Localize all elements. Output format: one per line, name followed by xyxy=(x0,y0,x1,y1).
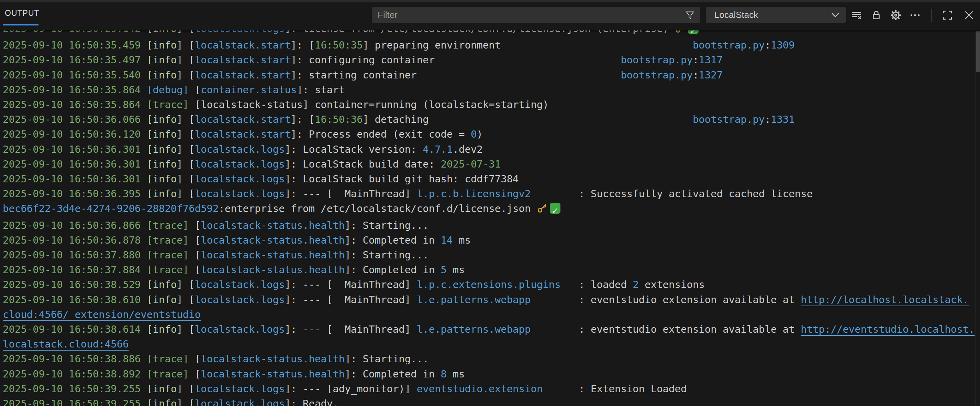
gear-icon xyxy=(889,9,902,21)
log-text: localstack.start xyxy=(195,113,291,125)
scroll-lock-button[interactable] xyxy=(869,8,884,22)
log-row: 2025-09-10 16:50:37.880 [trace] [localst… xyxy=(3,248,980,262)
log-text: ]: starting container xyxy=(291,69,417,81)
log-text xyxy=(141,323,147,335)
log-text: ]: LocalStack build date: xyxy=(285,158,441,170)
log-level-tag: [trace] xyxy=(147,219,189,231)
log-timestamp: 2025-09-10 16:50:36.395 xyxy=(3,188,141,200)
log-text: [ xyxy=(183,54,195,66)
check-icon xyxy=(550,203,560,214)
filter-icon[interactable] xyxy=(685,10,695,20)
log-link[interactable]: localstack.cloud:4566 xyxy=(3,338,129,350)
log-level-tag: [info] xyxy=(147,398,183,406)
log-link[interactable]: cloud:4566/_extension/eventstudio xyxy=(3,308,200,320)
log-text: [ xyxy=(183,188,195,200)
output-settings-button[interactable] xyxy=(888,8,904,22)
source-file-link[interactable]: 1317 xyxy=(698,54,722,66)
log-row: 2025-09-10 16:50:36.066 [info] [localsta… xyxy=(3,112,980,127)
log-text xyxy=(141,158,147,170)
log-text: : xyxy=(693,69,698,81)
log-text: : eventstudio extension available at xyxy=(579,323,801,335)
log-text: : eventstudio extension available at xyxy=(579,294,801,305)
source-file-link[interactable]: 1331 xyxy=(771,113,795,125)
log-text: ]: configuring container xyxy=(291,54,435,66)
output-channel-dropdown[interactable]: LocalStack xyxy=(706,7,846,23)
clear-output-button[interactable] xyxy=(849,8,864,22)
log-text: 16:50:36 xyxy=(315,113,363,125)
tab-output[interactable]: OUTPUT xyxy=(5,9,40,18)
log-text: localstack.logs xyxy=(195,144,285,155)
log-text: [ xyxy=(189,219,200,231)
log-row: 2025-09-10 16:50:36.301 [info] [localsta… xyxy=(3,172,980,187)
active-tab-underline xyxy=(3,24,38,26)
log-level-tag: [info] xyxy=(147,188,183,200)
log-text xyxy=(141,368,147,380)
source-file-link[interactable]: 1327 xyxy=(698,69,722,81)
log-row: 2025-09-10 16:50:39.255 [info] [localsta… xyxy=(3,396,980,406)
log-text: 5 xyxy=(441,264,447,276)
log-timestamp: 2025-09-10 16:50:38.892 xyxy=(3,368,141,380)
source-file-link[interactable]: bootstrap.py xyxy=(693,113,765,125)
log-text: [ xyxy=(183,398,195,406)
log-text: [ xyxy=(189,264,200,276)
log-timestamp: 2025-09-10 16:50:37.880 xyxy=(3,249,141,261)
log-text: ms xyxy=(447,264,465,276)
scrollbar-thumb[interactable] xyxy=(976,30,980,72)
log-text: .dev2 xyxy=(453,144,483,155)
log-text: [ xyxy=(183,113,195,125)
log-text: ]: LocalStack version: xyxy=(285,144,423,155)
log-text xyxy=(141,30,147,34)
log-row: bec66f22-3d4e-4274-9206-28820f76d592:ent… xyxy=(3,201,980,218)
filter-input[interactable] xyxy=(372,7,700,23)
log-text: : Successfully activated cached license xyxy=(579,188,813,200)
log-text: [ xyxy=(183,39,195,51)
log-row: 2025-09-10 16:50:35.864 [trace] [localst… xyxy=(3,98,980,112)
log-row: 2025-09-10 16:50:37.884 [trace] [localst… xyxy=(3,262,980,277)
spacing xyxy=(531,188,579,200)
log-text: localstack.logs xyxy=(195,383,285,395)
log-link[interactable]: http://eventstudio.localhost. xyxy=(801,323,975,335)
log-output[interactable]: 2025-09-10 16:50:29.142 [info] [localsta… xyxy=(0,30,980,406)
log-text: ]: Starting... xyxy=(345,219,428,231)
spacing xyxy=(561,279,579,290)
log-timestamp: 2025-09-10 16:50:36.301 xyxy=(3,144,141,155)
log-text xyxy=(141,264,147,276)
log-row: 2025-09-10 16:50:38.610 [info] [localsta… xyxy=(3,293,980,307)
log-level-tag: [trace] xyxy=(147,234,189,246)
log-text: [ xyxy=(189,234,200,246)
log-level-tag: [info] xyxy=(147,323,183,335)
log-timestamp: 2025-09-10 16:50:38.614 xyxy=(3,323,141,335)
more-actions-button[interactable] xyxy=(907,8,923,22)
log-text: ]: --- [ MainThread] xyxy=(285,294,417,305)
log-level-tag: [info] xyxy=(147,279,183,290)
output-panel: { "colors": { "background": "#181818", "… xyxy=(0,0,980,406)
source-file-link[interactable]: bootstrap.py xyxy=(693,39,765,51)
check-icon xyxy=(688,30,698,34)
log-level-tag: [info] xyxy=(147,173,183,185)
maximize-panel-button[interactable] xyxy=(940,8,955,22)
log-text: localstack-status.health xyxy=(200,219,345,231)
log-text: [ xyxy=(183,144,195,155)
log-text: ]: [ xyxy=(291,39,315,51)
log-text: ]: --- [ MainThread] xyxy=(285,188,417,200)
log-text: [ xyxy=(183,279,195,290)
log-text: extensions xyxy=(639,279,705,290)
log-timestamp: 2025-09-10 16:50:29.142 xyxy=(3,30,141,34)
log-timestamp: 2025-09-10 16:50:35.459 xyxy=(3,39,141,51)
log-text: ]: LocalStack build git hash: cddf77384 xyxy=(285,173,519,185)
source-file-link[interactable]: bootstrap.py xyxy=(620,69,693,81)
source-file-link[interactable]: 1309 xyxy=(771,39,795,51)
source-file-link[interactable]: bootstrap.py xyxy=(620,54,693,66)
log-text xyxy=(141,173,147,185)
log-timestamp: 2025-09-10 16:50:37.884 xyxy=(3,264,141,276)
log-timestamp: 2025-09-10 16:50:36.120 xyxy=(3,128,141,140)
log-link[interactable]: http://localhost.localstack. xyxy=(801,294,969,305)
close-panel-button[interactable] xyxy=(961,8,977,22)
log-text xyxy=(141,128,147,140)
log-text: : loaded xyxy=(579,279,633,290)
log-text: [ xyxy=(183,323,195,335)
log-text: ]: license from /etc/localstack/conf.d/l… xyxy=(285,30,675,34)
log-text: ) xyxy=(477,128,482,140)
log-text xyxy=(141,219,147,231)
log-text xyxy=(141,39,147,51)
